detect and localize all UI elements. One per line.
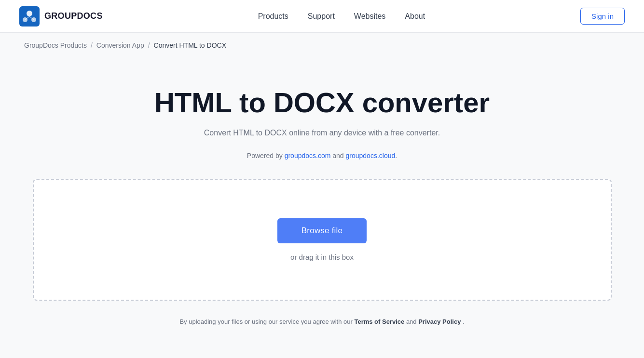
groupdocs-com-link[interactable]: groupdocs.com bbox=[285, 152, 331, 159]
logo[interactable]: GROUPDOCS bbox=[19, 6, 103, 27]
logo-text: GROUPDOCS bbox=[44, 11, 103, 21]
footer-note-prefix: By uploading your files or using our ser… bbox=[179, 318, 352, 325]
nav-about[interactable]: About bbox=[405, 8, 425, 25]
breadcrumb: GroupDocs Products / Conversion App / Co… bbox=[0, 33, 644, 58]
powered-by-prefix: Powered by bbox=[247, 152, 283, 159]
groupdocs-cloud-link[interactable]: groupdocs.cloud bbox=[346, 152, 396, 159]
drop-zone[interactable]: Browse file or drag it in this box bbox=[33, 179, 612, 301]
breadcrumb-groupdocs-products[interactable]: GroupDocs Products bbox=[24, 41, 87, 49]
breadcrumb-conversion-app[interactable]: Conversion App bbox=[96, 41, 144, 49]
breadcrumb-current: Convert HTML to DOCX bbox=[154, 41, 226, 49]
breadcrumb-separator-2: / bbox=[148, 41, 150, 49]
privacy-policy-link[interactable]: Privacy Policy bbox=[418, 318, 461, 325]
main-nav: Products Support Websites About bbox=[258, 8, 425, 25]
svg-point-1 bbox=[27, 11, 32, 16]
terms-of-service-link[interactable]: Terms of Service bbox=[354, 318, 404, 325]
nav-products[interactable]: Products bbox=[258, 8, 288, 25]
site-header: GROUPDOCS Products Support Websites Abou… bbox=[0, 0, 644, 33]
drag-text: or drag it in this box bbox=[290, 253, 354, 261]
footer-note: By uploading your files or using our ser… bbox=[160, 318, 483, 325]
powered-by-text: Powered by groupdocs.com and groupdocs.c… bbox=[247, 152, 397, 159]
groupdocs-logo-icon bbox=[19, 6, 40, 27]
sign-in-button[interactable]: Sign in bbox=[580, 8, 625, 25]
nav-websites[interactable]: Websites bbox=[354, 8, 386, 25]
footer-note-and: and bbox=[406, 318, 418, 325]
page-title: HTML to DOCX converter bbox=[154, 87, 490, 119]
powered-by-and: and bbox=[332, 152, 345, 159]
browse-file-button[interactable]: Browse file bbox=[277, 218, 367, 243]
breadcrumb-separator-1: / bbox=[91, 41, 93, 49]
footer-note-suffix: . bbox=[463, 318, 465, 325]
nav-support[interactable]: Support bbox=[308, 8, 335, 25]
main-content: HTML to DOCX converter Convert HTML to D… bbox=[0, 58, 644, 345]
page-subtitle: Convert HTML to DOCX online from any dev… bbox=[204, 129, 440, 137]
